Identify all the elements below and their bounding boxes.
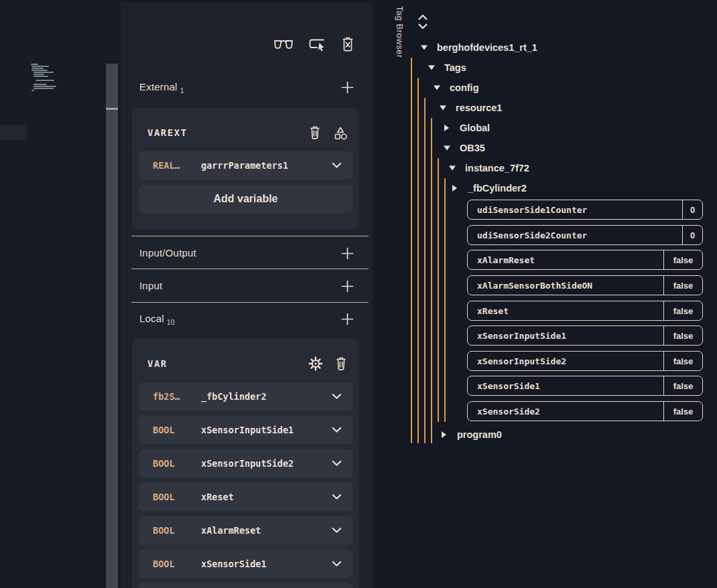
section-external[interactable]: External1 <box>139 74 354 100</box>
tag-value-row[interactable]: xSensorSide2false <box>467 401 703 421</box>
tree-node-label: program0 <box>457 429 502 440</box>
tag-value: false <box>663 352 702 370</box>
tag-name: xSensorInputSide1 <box>468 326 663 345</box>
delete-selection-icon[interactable] <box>340 36 355 52</box>
section-label: External <box>139 81 178 92</box>
variable-row[interactable]: fb2S…_fbCylinder2 <box>139 382 352 411</box>
scrollbar-marker <box>106 108 118 110</box>
tag-browser-tab-label[interactable]: Tag Browser <box>395 6 405 58</box>
variable-type: BOOL <box>153 425 201 435</box>
tree-node-label: resource1 <box>456 102 502 113</box>
marquee-select-icon[interactable] <box>308 38 326 52</box>
caret-expanded-icon[interactable] <box>432 86 441 90</box>
section-input[interactable]: Input <box>139 273 354 299</box>
variable-name: xSensorInputSide2 <box>201 458 294 469</box>
variable-row[interactable]: REAL…garrrParameters1 <box>139 151 352 179</box>
tag-value: false <box>663 376 702 395</box>
tree-node-label: OB35 <box>460 143 485 153</box>
tag-name: xSensorSide2 <box>468 402 663 421</box>
tag-value: false <box>663 326 702 345</box>
section-label: Input <box>139 280 162 291</box>
chevron-down-icon[interactable] <box>332 528 342 534</box>
tag-name: xSensorSide1 <box>468 376 663 395</box>
tree-node-label: _fbCylinder2 <box>468 183 527 194</box>
caret-expanded-icon[interactable] <box>438 106 447 111</box>
tree-indent-guide <box>444 178 446 422</box>
caret-collapsed-icon[interactable] <box>442 125 451 131</box>
add-local-variable-button[interactable] <box>341 313 354 325</box>
variable-row[interactable]: BOOLxSensorSide1 <box>139 550 352 578</box>
variable-type: REAL… <box>153 160 201 171</box>
variable-row[interactable]: BOOLxReset <box>139 483 352 511</box>
varext-card: VAREXT REAL…garrrParameters1Add variable <box>132 108 359 229</box>
section-local[interactable]: Local10 <box>139 305 354 332</box>
varext-card-title: VAREXT <box>147 127 188 138</box>
caret-expanded-icon[interactable] <box>442 146 451 151</box>
tag-value: false <box>663 276 702 295</box>
gear-icon[interactable] <box>308 356 323 371</box>
tag-browser-panel: Tag Browser berghofdevices1_rt_1Tagsconf… <box>375 0 717 588</box>
chevron-down-icon[interactable] <box>332 461 342 467</box>
chevron-down-icon[interactable] <box>332 163 342 169</box>
tag-name: xReset <box>468 301 663 320</box>
tag-name: udiSensorSide2Counter <box>468 226 682 244</box>
chevron-down-icon[interactable] <box>332 561 342 567</box>
tag-value-row[interactable]: udiSensorSide2Counter0 <box>467 225 703 245</box>
expand-collapse-all-icon[interactable] <box>417 13 428 31</box>
variable-row[interactable]: BOOLxSensorInputSide1 <box>139 416 352 444</box>
add-external-variable-button[interactable] <box>341 81 354 94</box>
add-io-variable-button[interactable] <box>341 247 354 260</box>
chevron-down-icon[interactable] <box>332 494 342 500</box>
variable-row-partial[interactable] <box>139 583 352 588</box>
caret-collapsed-icon[interactable] <box>450 185 459 192</box>
trash-icon[interactable] <box>334 356 348 371</box>
tree-node-label: Global <box>460 123 490 133</box>
variable-name: xReset <box>201 492 234 502</box>
caret-expanded-icon[interactable] <box>419 46 428 50</box>
chevron-down-icon[interactable] <box>332 394 342 400</box>
caret-expanded-icon[interactable] <box>427 66 436 70</box>
variable-name: garrrParameters1 <box>201 160 288 171</box>
variable-type: BOOL <box>153 458 201 469</box>
caret-expanded-icon[interactable] <box>448 166 456 171</box>
shapes-icon[interactable] <box>333 126 348 140</box>
editor-scrollbar[interactable] <box>106 64 118 588</box>
variable-row[interactable]: BOOLxAlarmReset <box>139 516 352 544</box>
code-minimap <box>31 64 67 92</box>
section-label: Input/Output <box>139 247 196 259</box>
variable-name: xSensorSide1 <box>201 559 267 569</box>
tag-value-row[interactable]: xResetfalse <box>467 301 703 321</box>
section-divider <box>131 236 369 236</box>
tag-value-row[interactable]: xAlarmSensorBothSideONfalse <box>467 275 703 295</box>
tree-node-label: Tags <box>444 62 466 73</box>
add-variable-button[interactable]: Add variable <box>139 185 352 213</box>
trash-icon[interactable] <box>308 125 322 140</box>
tag-value-row[interactable]: xSensorInputSide2false <box>467 351 703 371</box>
add-input-variable-button[interactable] <box>341 280 354 293</box>
variable-type: BOOL <box>153 559 201 569</box>
tag-name: xAlarmReset <box>468 250 663 269</box>
tag-value: 0 <box>682 200 702 219</box>
tag-value: false <box>663 301 702 320</box>
editor-selection-block <box>0 125 27 140</box>
watch-glasses-icon[interactable] <box>273 39 294 50</box>
section-divider <box>131 302 369 303</box>
tag-value: false <box>663 250 702 269</box>
tag-value-row[interactable]: xAlarmResetfalse <box>467 250 703 270</box>
chevron-down-icon[interactable] <box>332 427 342 433</box>
tree-node-label: config <box>450 82 479 93</box>
tag-value-row[interactable]: xSensorInputSide1false <box>467 325 703 346</box>
caret-collapsed-icon[interactable] <box>440 431 448 438</box>
tree-indent-guide <box>438 158 439 422</box>
variable-type: BOOL <box>153 525 201 536</box>
tag-name: udiSensorSide1Counter <box>468 200 682 219</box>
tag-value-row[interactable]: udiSensorSide1Counter0 <box>467 200 703 220</box>
section-input-output[interactable]: Input/Output <box>139 240 354 267</box>
section-label: Local <box>139 313 164 324</box>
variable-row[interactable]: BOOLxSensorInputSide2 <box>139 449 352 477</box>
var-card-title: VAR <box>147 358 168 369</box>
tag-value-row[interactable]: xSensorSide1false <box>467 376 703 396</box>
tag-value: false <box>663 402 702 421</box>
tag-name: xSensorInputSide2 <box>468 352 663 370</box>
variable-type: fb2S… <box>153 391 201 402</box>
